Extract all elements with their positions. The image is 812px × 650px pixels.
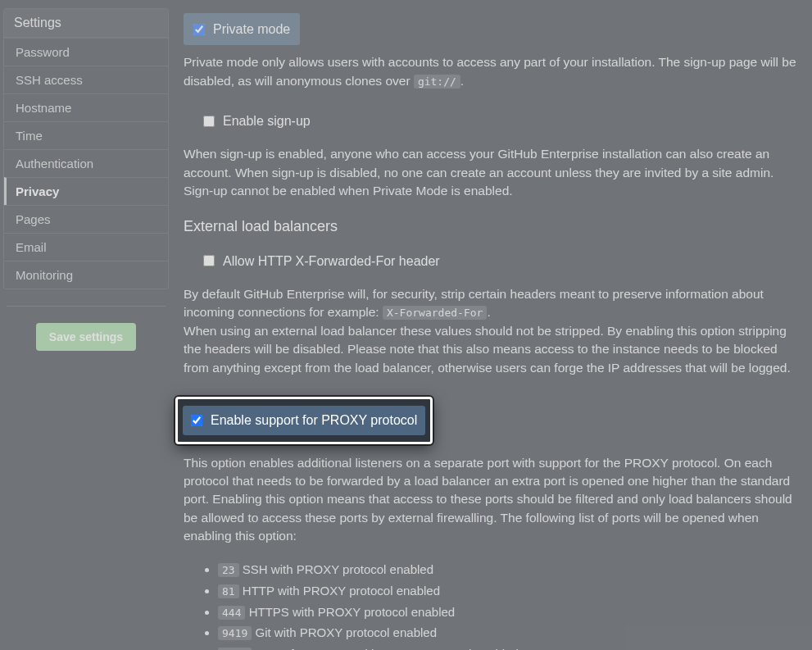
proxy-protocol-label: Enable support for PROXY protocol — [211, 411, 417, 430]
port-text: Git with PROXY protocol enabled — [255, 625, 437, 639]
code-git-protocol: git:// — [414, 75, 460, 89]
enable-signup-label: Enable sign-up — [223, 111, 311, 130]
list-item: 81 HTTP with PROXY protocol enabled — [218, 582, 801, 600]
proxy-protocol-row[interactable]: Enable support for PROXY protocol — [183, 406, 425, 434]
port-code: 444 — [218, 606, 245, 620]
port-text: HTTP with PROXY protocol enabled — [243, 584, 440, 598]
sidebar-item-email[interactable]: Email — [4, 233, 168, 261]
text: Private mode only allows users with acco… — [184, 55, 796, 87]
sidebar-item-pages[interactable]: Pages — [4, 205, 168, 233]
list-item: 23 SSH with PROXY protocol enabled — [218, 561, 801, 579]
main-content: Private mode Private mode only allows us… — [172, 0, 812, 650]
sidebar-item-label: Email — [16, 240, 47, 254]
sidebar-item-hostname[interactable]: Hostname — [4, 93, 168, 121]
sidebar-item-label: Authentication — [16, 157, 93, 170]
sidebar-item-label: Password — [16, 45, 70, 59]
private-mode-description: Private mode only allows users with acco… — [184, 53, 801, 90]
sidebar-divider — [7, 306, 166, 307]
port-text: HTTPS with PROXY protocol enabled — [249, 605, 456, 619]
sidebar-item-privacy[interactable]: Privacy — [4, 177, 168, 205]
enable-signup-row[interactable]: Enable sign-up — [193, 105, 320, 137]
port-code: 23 — [218, 563, 239, 577]
sidebar-item-label: Pages — [16, 212, 51, 226]
sidebar-item-label: SSH access — [16, 73, 83, 87]
sidebar-item-time[interactable]: Time — [4, 121, 168, 149]
sidebar-item-label: Monitoring — [16, 268, 73, 282]
xff-checkbox[interactable] — [203, 255, 215, 266]
proxy-description: This option enables additional listeners… — [184, 454, 801, 546]
list-item: 9419 Git with PROXY protocol enabled — [218, 624, 801, 642]
xff-label: Allow HTTP X-Forwarded-For header — [223, 252, 440, 270]
save-settings-button[interactable]: Save settings — [36, 323, 136, 351]
port-code: 81 — [218, 584, 239, 598]
sidebar: Settings Password SSH access Hostname Ti… — [0, 0, 172, 650]
signup-description: When sign-up is enabled, anyone who can … — [184, 145, 801, 200]
private-mode-row[interactable]: Private mode — [184, 13, 300, 45]
sidebar-item-label: Time — [16, 129, 43, 143]
port-text: SSH with PROXY protocol enabled — [243, 562, 433, 576]
text: . — [487, 305, 490, 319]
private-mode-checkbox[interactable] — [193, 24, 205, 35]
sidebar-item-label: Privacy — [16, 184, 59, 198]
xff-row[interactable]: Allow HTTP X-Forwarded-For header — [193, 245, 450, 277]
text: . — [460, 74, 464, 88]
proxy-protocol-callout: Enable support for PROXY protocol — [175, 397, 433, 443]
enable-signup-checkbox[interactable] — [203, 116, 215, 127]
section-heading-load-balancers: External load balancers — [184, 216, 801, 237]
private-mode-label: Private mode — [213, 20, 290, 39]
proxy-port-list: 23 SSH with PROXY protocol enabled 81 HT… — [218, 561, 801, 650]
sidebar-item-password[interactable]: Password — [4, 38, 168, 66]
port-text: HTTP for manage with PROXY protocol enab… — [255, 647, 518, 650]
xff-description: By default GitHub Enterprise will, for s… — [184, 285, 801, 377]
sidebar-item-label: Hostname — [16, 101, 71, 115]
sidebar-panel: Settings Password SSH access Hostname Ti… — [3, 8, 169, 289]
port-code: 9419 — [218, 626, 252, 640]
list-item: 444 HTTPS with PROXY protocol enabled — [218, 603, 801, 621]
text: When using an external load balancer the… — [184, 324, 791, 375]
proxy-protocol-checkbox[interactable] — [191, 415, 202, 426]
sidebar-item-authentication[interactable]: Authentication — [4, 149, 168, 177]
code-xff-header: X-Forwarded-For — [383, 306, 487, 320]
sidebar-title: Settings — [4, 9, 168, 38]
sidebar-item-monitoring[interactable]: Monitoring — [4, 261, 168, 289]
list-item: 8081 HTTP for manage with PROXY protocol… — [218, 645, 801, 650]
sidebar-item-ssh-access[interactable]: SSH access — [4, 66, 168, 93]
